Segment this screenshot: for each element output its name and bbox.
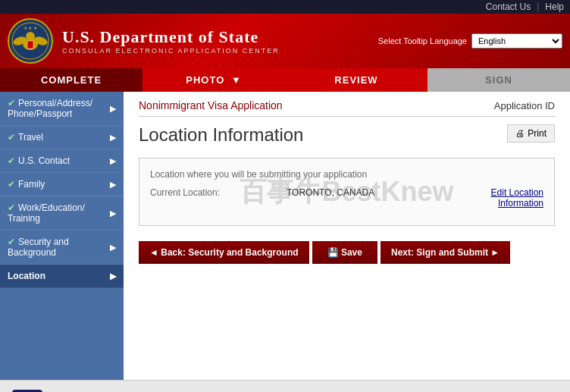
current-location-row: Current Location: TORONTO, CANADA Edit L…	[150, 187, 543, 209]
sidebar-item-personal[interactable]: ✔Personal/Address/Phone/Passport ▶	[0, 92, 124, 126]
back-button[interactable]: ◄ Back: Security and Background	[139, 241, 309, 264]
next-button[interactable]: Next: Sign and Submit ►	[381, 241, 510, 264]
edit-location-link[interactable]: Edit LocationInformation	[491, 187, 543, 209]
svg-text:★ ★ ★: ★ ★ ★	[23, 26, 37, 30]
chevron-right-icon: ▶	[110, 104, 116, 114]
sidebar: ✔Personal/Address/Phone/Passport ▶ ✔Trav…	[0, 92, 124, 380]
check-icon: ✔	[8, 132, 15, 143]
content-header: Nonimmigrant Visa Application Applicatio…	[139, 99, 555, 117]
tab-sign: SIGN	[428, 68, 570, 92]
app-id-label: Application ID	[494, 100, 555, 111]
contact-us-link[interactable]: Contact Us	[486, 2, 531, 12]
main-layout: ✔Personal/Address/Phone/Passport ▶ ✔Trav…	[0, 92, 570, 380]
save-button[interactable]: 💾 Save	[312, 241, 377, 264]
print-button[interactable]: 🖨 Print	[507, 124, 555, 143]
app-title: Nonimmigrant Visa Application	[139, 99, 283, 111]
sidebar-item-uscontact[interactable]: ✔U.S. Contact ▶	[0, 149, 124, 173]
info-description: Location where you will be submitting yo…	[150, 169, 543, 180]
language-selector: Select Tooltip Language English	[378, 33, 562, 49]
check-icon: ✔	[8, 98, 15, 108]
dept-subtitle: CONSULAR ELECTRONIC APPLICATION CENTER	[62, 47, 378, 55]
chevron-right-icon: ▶	[110, 243, 116, 252]
tab-review[interactable]: REVIEW	[285, 68, 428, 92]
tab-complete[interactable]: COMPLETE	[0, 68, 142, 92]
us-seal-logo: ★ ★ ★	[8, 18, 53, 64]
chevron-right-icon: ▶	[110, 209, 116, 218]
chevron-right-icon: ▶	[110, 271, 116, 281]
chevron-right-icon: ▶	[110, 180, 116, 190]
print-icon: 🖨	[515, 128, 525, 139]
page-heading: Location Information	[139, 124, 303, 146]
sidebar-item-work[interactable]: ✔Work/Education/Training ▶	[0, 196, 124, 230]
help-link[interactable]: Help	[545, 2, 564, 12]
check-icon: ✔	[8, 202, 15, 213]
language-label: Select Tooltip Language	[378, 36, 467, 45]
check-icon: ✔	[8, 155, 15, 166]
language-select[interactable]: English	[471, 33, 562, 49]
sidebar-item-security[interactable]: ✔Security andBackground ▶	[0, 230, 124, 265]
check-icon: ✔	[8, 179, 15, 190]
content-area: Nonimmigrant Visa Application Applicatio…	[124, 92, 570, 380]
header-title: U.S. Department of State CONSULAR ELECTR…	[62, 27, 378, 55]
svg-rect-6	[27, 41, 33, 49]
dept-name: U.S. Department of State	[62, 27, 378, 47]
current-location-label: Current Location:	[150, 187, 287, 209]
save-icon: 💾	[327, 247, 339, 258]
photo-arrow-icon: ▼	[231, 74, 242, 86]
sidebar-item-family[interactable]: ✔Family ▶	[0, 173, 124, 196]
footer: C This site is managed by the Bureau of …	[0, 380, 570, 392]
sidebar-item-location[interactable]: Location ▶	[0, 265, 124, 288]
chevron-right-icon: ▶	[110, 156, 116, 166]
sidebar-item-travel[interactable]: ✔Travel ▶	[0, 126, 124, 149]
nav-tabs: COMPLETE PHOTO ▼ REVIEW SIGN	[0, 68, 570, 92]
location-info-box: 百事牛BestKnew Location where you will be s…	[139, 158, 555, 226]
tab-photo[interactable]: PHOTO ▼	[142, 68, 285, 92]
current-location-value: TORONTO, CANADA	[287, 187, 491, 209]
svg-point-5	[26, 32, 35, 41]
check-icon: ✔	[8, 237, 15, 247]
top-bar: Contact Us | Help	[0, 0, 570, 14]
header: ★ ★ ★ U.S. Department of State CONSULAR …	[0, 14, 570, 68]
bottom-buttons: ◄ Back: Security and Background 💾 Save N…	[139, 241, 555, 264]
chevron-right-icon: ▶	[110, 133, 116, 143]
